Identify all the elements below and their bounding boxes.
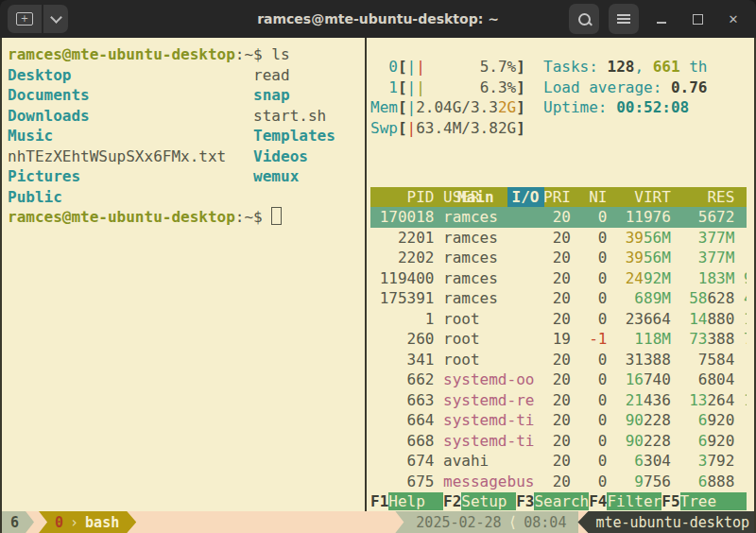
status-bar-spacer [136, 511, 395, 533]
chevron-down-icon [50, 11, 62, 24]
process-row-selected[interactable]: 170018 ramces 20 0 11976 5672 [370, 207, 747, 228]
minimize-icon [657, 22, 666, 24]
status-hostname: mte-ubuntu-desktop [577, 511, 754, 533]
menu-button[interactable] [609, 4, 639, 34]
tab-list-dropdown-button[interactable] [43, 5, 68, 33]
close-button[interactable]: ✕ [720, 4, 747, 34]
window-separator-icon: › [70, 514, 78, 531]
htop-tab-bar: MainI/O [370, 166, 747, 187]
process-row[interactable]: 664 systemd-ti 20 0 90228 6920 [370, 410, 747, 431]
window-controls: ✕ [569, 4, 747, 34]
tmux-window-badge[interactable]: 0 › bash [39, 511, 136, 533]
table-header[interactable]: PID USER PRI NI VIRT RES [370, 187, 747, 208]
new-tab-button[interactable]: + [8, 5, 42, 33]
fkey-action-F1[interactable]: Help [388, 492, 443, 510]
angle-separator-icon: ⟨ [508, 513, 518, 531]
process-row[interactable]: 2202 ramces 20 0 3956M 377M [370, 248, 747, 268]
minimize-button[interactable] [648, 4, 675, 34]
process-row[interactable]: 668 systemd-ti 20 0 90228 6920 [370, 431, 747, 452]
process-row[interactable]: 341 root 20 0 31388 7584 [370, 350, 747, 370]
process-row[interactable]: 2201 ramces 20 0 3956M 377M [370, 228, 747, 249]
fkey-action-F2[interactable]: Setup [461, 492, 516, 510]
ls-output-line: nhTEzXEhtWSupSXx6FMx.txt Videos [8, 146, 365, 167]
status-time: 08:04 [524, 514, 566, 531]
terminal-cursor [271, 207, 282, 225]
cpu-meter-0: 0[|| 5.7%] Tasks: 128, 661 th [370, 57, 747, 77]
htop-fkey-bar: F1Help F2Setup F3SearchF4FilterF5Tree [370, 491, 747, 511]
ls-output-line: Desktop read [8, 65, 365, 86]
prompt-line: ramces@mte-ubuntu-desktop:~$ [8, 207, 365, 228]
maximize-button[interactable] [684, 4, 711, 34]
ls-output-line: Public [8, 187, 365, 208]
search-button[interactable] [569, 4, 599, 34]
maximize-icon [693, 14, 703, 25]
process-row[interactable]: 1 root 20 0 23664 14880 1 [370, 309, 747, 330]
window-index: 0 [55, 514, 63, 531]
tab-controls: + [8, 5, 68, 33]
prompt-line: ramces@mte-ubuntu-desktop:~$ ls [8, 44, 365, 65]
ls-output-line: Downloads start.sh [8, 106, 365, 127]
status-date: 2025-02-28 [416, 514, 501, 531]
process-row[interactable]: 663 systemd-re 20 0 21436 13264 1 [370, 390, 747, 411]
ls-output-line: Documents snap [8, 85, 365, 106]
status-bar: 6 0 › bash 2025-02-28 ⟨ 08:04 mte-ubuntu… [0, 511, 756, 533]
fkey-F2[interactable]: F2 [443, 492, 461, 510]
fkey-action-F5[interactable]: Tree [680, 492, 747, 510]
htop-process-table: PID USER PRI NI VIRT RES 170018 ramces 2… [370, 187, 747, 492]
memory-meter: Mem[|2.04G/3.32G] Uptime: 00:52:08 [370, 97, 747, 118]
titlebar: + ramces@mte-ubuntu-desktop: ~ ✕ [0, 0, 756, 38]
status-datetime: 2025-02-28 ⟨ 08:04 [395, 511, 578, 533]
search-icon [578, 13, 591, 26]
cpu-meter-1: 1[|| 6.3%] Load average: 0.76 [370, 77, 747, 98]
ls-output-line: Music Templates [8, 126, 365, 146]
process-row[interactable]: 175391 ramces 20 0 689M 58628 4 [370, 288, 747, 309]
close-icon: ✕ [729, 13, 739, 26]
process-row[interactable]: 662 systemd-oo 20 0 16740 6804 [370, 370, 747, 390]
swap-meter: Swp[|63.4M/3.82G] [370, 118, 747, 139]
fkey-F3[interactable]: F3 [516, 492, 534, 510]
fkey-action-F3[interactable]: Search [534, 492, 589, 510]
process-row[interactable]: 675 messagebus 20 0 9756 6888 [370, 472, 747, 492]
session-badge: 6 [2, 511, 34, 533]
fkey-F5[interactable]: F5 [662, 492, 679, 510]
new-tab-icon: + [16, 12, 33, 26]
process-row[interactable]: 674 avahi 20 0 6304 3792 [370, 451, 747, 472]
fkey-action-F4[interactable]: Filter [607, 492, 662, 510]
bash-pane[interactable]: ramces@mte-ubuntu-desktop:~$ lsDesktop r… [2, 38, 365, 511]
ls-output-line: Pictures wemux [8, 166, 365, 187]
htop-pane[interactable]: 0[|| 5.7%] Tasks: 128, 661 th 1[|| 6.3%]… [367, 38, 754, 511]
fkey-F4[interactable]: F4 [589, 492, 607, 510]
terminal-window: + ramces@mte-ubuntu-desktop: ~ ✕ [0, 0, 756, 533]
hamburger-menu-icon [617, 14, 630, 24]
window-name: bash [85, 514, 119, 531]
process-row[interactable]: 260 root 19 -1 118M 73388 7 [370, 329, 747, 350]
htop-meters: 0[|| 5.7%] Tasks: 128, 661 th 1[|| 6.3%]… [370, 57, 747, 138]
terminal-content: ramces@mte-ubuntu-desktop:~$ lsDesktop r… [0, 38, 756, 511]
process-row[interactable]: 119400 ramces 20 0 2492M 183M 9 [370, 268, 747, 289]
fkey-F1[interactable]: F1 [370, 492, 388, 510]
